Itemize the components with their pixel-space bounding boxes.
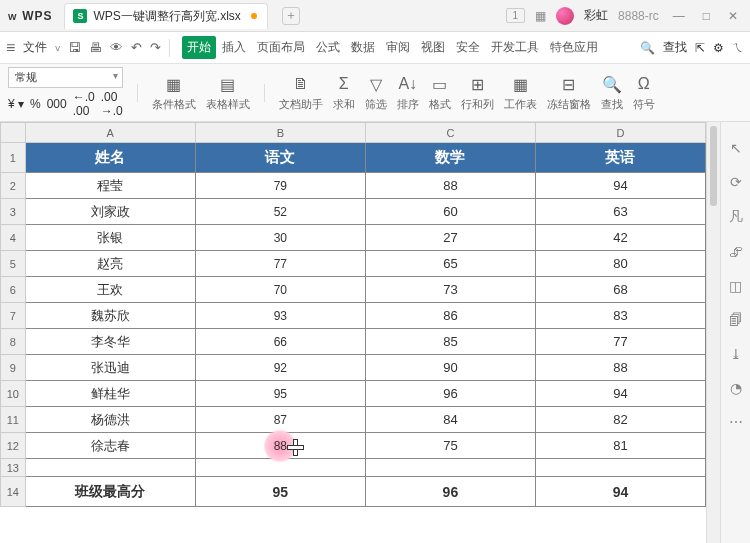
find-button[interactable]: 🔍查找 <box>601 73 623 112</box>
undo-icon[interactable]: ↶ <box>131 40 142 55</box>
tab-view[interactable]: 视图 <box>416 36 450 59</box>
cell[interactable]: 数学 <box>365 143 535 173</box>
format-button[interactable]: ▭格式 <box>429 73 451 112</box>
table-style-button[interactable]: ▤表格样式 <box>206 73 250 112</box>
collapse-ribbon-icon[interactable]: ㄟ <box>732 39 744 56</box>
cell[interactable]: 魏苏欣 <box>25 303 195 329</box>
cell[interactable]: 60 <box>365 199 535 225</box>
row-header[interactable]: 7 <box>1 303 26 329</box>
save-icon[interactable]: 🖫 <box>68 40 81 55</box>
redo-icon[interactable]: ↷ <box>150 40 161 55</box>
row-header[interactable]: 8 <box>1 329 26 355</box>
cell[interactable] <box>535 459 705 477</box>
cell[interactable]: 65 <box>365 251 535 277</box>
conditional-format-button[interactable]: ▦条件格式 <box>152 73 196 112</box>
cell[interactable]: 68 <box>535 277 705 303</box>
select-tool-icon[interactable]: ↖ <box>730 140 742 156</box>
tab-home[interactable]: 开始 <box>182 36 216 59</box>
cell[interactable]: 95 <box>195 381 365 407</box>
cell[interactable]: 程莹 <box>25 173 195 199</box>
vertical-scrollbar[interactable] <box>706 122 720 543</box>
cell[interactable]: 79 <box>195 173 365 199</box>
cell[interactable]: 张迅迪 <box>25 355 195 381</box>
freeze-panes-button[interactable]: ⊟冻结窗格 <box>547 73 591 112</box>
cell[interactable]: 27 <box>365 225 535 251</box>
cell[interactable]: 88 <box>365 173 535 199</box>
cell[interactable]: 81 <box>535 433 705 459</box>
style-panel-icon[interactable]: 凡 <box>729 208 743 226</box>
refresh-icon[interactable]: ⟳ <box>730 174 742 190</box>
cell[interactable]: 86 <box>365 303 535 329</box>
cell[interactable]: 73 <box>365 277 535 303</box>
symbol-button[interactable]: Ω符号 <box>633 73 655 112</box>
spreadsheet-grid[interactable]: A B C D 1 姓名 语文 数学 英语 2 程莹 79 88 943 刘家政… <box>0 122 706 543</box>
cell[interactable]: 姓名 <box>25 143 195 173</box>
dropdown-icon[interactable]: ⅴ <box>55 43 60 53</box>
tab-page-layout[interactable]: 页面布局 <box>252 36 310 59</box>
increase-decimal-button[interactable]: ←.0.00 <box>73 90 95 118</box>
backup-icon[interactable]: 🗐 <box>729 312 743 328</box>
cell[interactable]: 77 <box>535 329 705 355</box>
tab-data[interactable]: 数据 <box>346 36 380 59</box>
row-header[interactable]: 14 <box>1 477 26 507</box>
cell[interactable]: 88 <box>195 433 365 459</box>
menu-icon[interactable]: ≡ <box>6 39 15 57</box>
row-header[interactable]: 6 <box>1 277 26 303</box>
cell[interactable]: 班级最高分 <box>25 477 195 507</box>
cell[interactable] <box>25 459 195 477</box>
share-icon[interactable]: ⇱ <box>695 41 705 55</box>
maximize-icon[interactable]: □ <box>699 9 714 23</box>
cell[interactable]: 95 <box>195 477 365 507</box>
row-col-button[interactable]: ⊞行和列 <box>461 73 494 112</box>
cell[interactable]: 93 <box>195 303 365 329</box>
cell[interactable]: 刘家政 <box>25 199 195 225</box>
row-header[interactable]: 3 <box>1 199 26 225</box>
cell[interactable]: 83 <box>535 303 705 329</box>
cell[interactable]: 徐志春 <box>25 433 195 459</box>
tab-review[interactable]: 审阅 <box>381 36 415 59</box>
filter-button[interactable]: ▽筛选 <box>365 73 387 112</box>
sum-button[interactable]: Σ求和 <box>333 73 355 112</box>
row-header[interactable]: 2 <box>1 173 26 199</box>
new-tab-button[interactable]: ＋ <box>282 7 300 25</box>
col-header-d[interactable]: D <box>535 123 705 143</box>
cell[interactable]: 90 <box>365 355 535 381</box>
doc-helper-button[interactable]: 🗎文档助手 <box>279 73 323 112</box>
minimize-icon[interactable]: — <box>669 9 689 23</box>
cell[interactable]: 63 <box>535 199 705 225</box>
cell[interactable]: 张银 <box>25 225 195 251</box>
cell[interactable]: 30 <box>195 225 365 251</box>
notification-count[interactable]: 1 <box>506 8 526 23</box>
cell[interactable]: 82 <box>535 407 705 433</box>
print-icon[interactable]: 🖶 <box>89 40 102 55</box>
col-header-a[interactable]: A <box>25 123 195 143</box>
cell[interactable]: 92 <box>195 355 365 381</box>
chart-icon[interactable]: ◔ <box>730 380 742 396</box>
settings-icon[interactable]: ⚙ <box>713 41 724 55</box>
preview-icon[interactable]: 👁 <box>110 40 123 55</box>
percent-button[interactable]: % <box>30 97 41 111</box>
cell[interactable]: 88 <box>535 355 705 381</box>
cell[interactable]: 94 <box>535 477 705 507</box>
cell[interactable]: 84 <box>365 407 535 433</box>
search-icon[interactable]: 🔍 <box>640 41 655 55</box>
row-header[interactable]: 10 <box>1 381 26 407</box>
cell[interactable]: 鲜桂华 <box>25 381 195 407</box>
export-icon[interactable]: ⤓ <box>730 346 742 362</box>
worksheet-button[interactable]: ▦工作表 <box>504 73 537 112</box>
row-header[interactable]: 12 <box>1 433 26 459</box>
tab-insert[interactable]: 插入 <box>217 36 251 59</box>
cell[interactable]: 英语 <box>535 143 705 173</box>
tab-special[interactable]: 特色应用 <box>545 36 603 59</box>
row-header[interactable]: 1 <box>1 143 26 173</box>
row-header[interactable]: 11 <box>1 407 26 433</box>
tab-security[interactable]: 安全 <box>451 36 485 59</box>
cell[interactable]: 赵亮 <box>25 251 195 277</box>
number-format-combo[interactable]: 常规 <box>8 67 123 88</box>
cell[interactable]: 94 <box>535 173 705 199</box>
grid-icon[interactable]: ▦ <box>535 9 546 23</box>
cell[interactable]: 42 <box>535 225 705 251</box>
cell[interactable]: 96 <box>365 381 535 407</box>
cell[interactable]: 李冬华 <box>25 329 195 355</box>
row-header[interactable]: 13 <box>1 459 26 477</box>
